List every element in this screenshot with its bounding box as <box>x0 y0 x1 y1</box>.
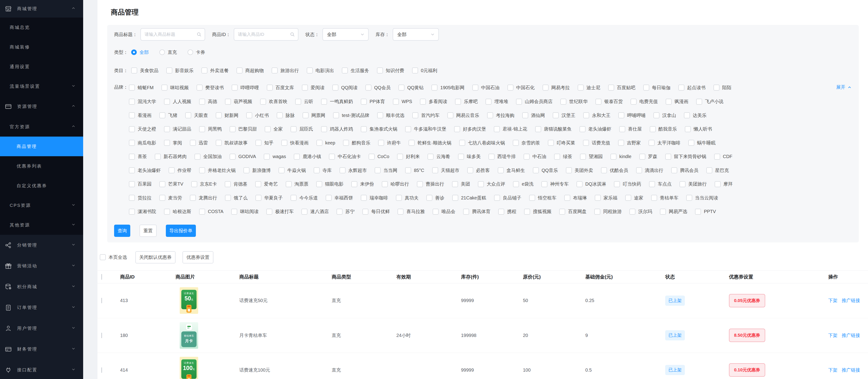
brand-checkbox-item[interactable]: 欢喜首映 <box>260 98 287 105</box>
brand-checkbox-item[interactable]: 酒仙网 <box>522 112 545 119</box>
brand-checkbox-item[interactable]: QQ音乐 <box>533 167 558 174</box>
close-default-coupon-button[interactable]: 关闭默认优惠券 <box>135 251 176 263</box>
brand-checkbox-item[interactable]: 中石油 <box>524 153 546 160</box>
sidebar-item-product-management[interactable]: 商品管理 <box>0 137 83 156</box>
brand-checkbox-item[interactable]: 货拉拉 <box>129 195 152 201</box>
brand-checkbox-item[interactable]: 必胜客 <box>467 167 490 174</box>
brand-checkbox-item[interactable]: 葫芦视频 <box>225 98 252 105</box>
brand-checkbox-item[interactable]: PP体育 <box>361 98 385 105</box>
category-checkbox-item[interactable]: 知识付费 <box>377 67 404 74</box>
coupon-setting-button[interactable]: 优惠券设置 <box>183 251 213 263</box>
brand-checkbox-item[interactable]: 埋堆堆 <box>486 98 508 105</box>
sidebar-item-custom-coupon[interactable]: 自定义优惠券 <box>0 176 83 196</box>
brand-checkbox-item[interactable]: 小红书 <box>246 112 269 119</box>
brand-checkbox-item[interactable]: QQ阅读 <box>332 85 358 91</box>
brand-checkbox-item[interactable]: 满记甜品 <box>164 126 191 132</box>
brand-checkbox-item[interactable]: 味多美 <box>458 153 480 160</box>
brand-checkbox-item[interactable]: 知乎 <box>255 140 274 146</box>
sidebar-item-user-management[interactable]: 用户管理 <box>0 318 83 339</box>
brand-checkbox-item[interactable]: 网易严选 <box>660 208 687 215</box>
brand-checkbox-item[interactable]: 唯品会 <box>433 208 455 215</box>
brand-checkbox-item[interactable]: QQ会员 <box>365 85 391 91</box>
brand-checkbox-item[interactable]: 真功夫 <box>396 195 418 201</box>
brand-checkbox-item[interactable]: 21Cake蛋糕 <box>452 195 486 201</box>
brand-checkbox-item[interactable]: 好利来 <box>397 153 420 160</box>
sidebar-item-distribution-management[interactable]: 分销管理 <box>0 235 83 256</box>
brand-expand-link[interactable]: 展开 <box>836 84 852 90</box>
brand-checkbox-item[interactable]: 当当网 <box>375 167 397 174</box>
brand-checkbox-item[interactable]: 电费充值 <box>630 98 658 105</box>
brand-checkbox-item[interactable]: 每日优鲜 <box>363 208 390 215</box>
brand-checkbox-item[interactable]: 悟空租车 <box>529 195 556 201</box>
sidebar-item-other-resource[interactable]: 其他资源 <box>0 215 83 235</box>
brand-checkbox-item[interactable]: 看漫画 <box>129 112 152 119</box>
export-quote-button[interactable]: 导出报价单 <box>166 225 196 237</box>
brand-checkbox-item[interactable]: QQ黄钻 <box>398 85 424 91</box>
type-radio-direct-recharge[interactable]: 直充 <box>159 49 177 55</box>
brand-checkbox-item[interactable]: 搜狐视频 <box>524 208 551 215</box>
category-checkbox-item[interactable]: 旅游出行 <box>272 67 299 74</box>
promo-link[interactable]: 推广链接 <box>842 298 860 303</box>
brand-checkbox-item[interactable]: 君禧·锦上花 <box>494 126 527 132</box>
sidebar-item-mall-overview[interactable]: 商城总览 <box>0 18 83 37</box>
sidebar-item-mall-decoration[interactable]: 商城装修 <box>0 37 83 57</box>
brand-checkbox-item[interactable]: 今今乐道 <box>290 195 318 201</box>
brand-checkbox-item[interactable]: 乾鲜生·顺德火锅 <box>409 140 451 146</box>
stock-select[interactable]: 全部 <box>393 28 439 41</box>
category-checkbox-item[interactable]: 外卖送餐 <box>202 67 229 74</box>
brand-checkbox-item[interactable]: 快看漫画 <box>281 140 309 146</box>
brand-checkbox-item[interactable]: 大众点评 <box>478 181 505 187</box>
brand-checkbox-item[interactable]: 腾讯体育 <box>463 208 490 215</box>
brand-checkbox-item[interactable]: 老头油爆虾 <box>129 167 161 174</box>
coupon-badge[interactable]: 0.05元优惠券 <box>729 294 765 308</box>
brand-checkbox-item[interactable]: CDF <box>714 154 733 160</box>
brand-checkbox-item[interactable]: e袋洗 <box>513 181 533 187</box>
brand-checkbox-item[interactable]: 布瑞琳 <box>564 195 587 201</box>
brand-checkbox-item[interactable]: keep <box>316 140 335 146</box>
brand-checkbox-item[interactable]: 鸡器人炸鸡 <box>321 126 353 132</box>
brand-checkbox-item[interactable]: 考拉海购 <box>487 112 515 119</box>
type-radio-card-coupon[interactable]: 卡券 <box>188 49 205 55</box>
brand-checkbox-item[interactable]: 飞卢小说 <box>696 98 723 105</box>
brand-checkbox-item[interactable]: 天使之橙 <box>129 126 156 132</box>
brand-checkbox-item[interactable]: 太平洋咖啡 <box>649 140 680 146</box>
brand-checkbox-item[interactable]: 幸福西饼 <box>326 195 353 201</box>
brand-checkbox-item[interactable]: 美团旅行 <box>680 181 707 187</box>
brand-checkbox-item[interactable]: 猫眼电影 <box>316 181 343 187</box>
brand-checkbox-item[interactable]: 百度贴吧 <box>608 85 636 91</box>
brand-checkbox-item[interactable]: 极速打车 <box>266 208 293 215</box>
brand-checkbox-item[interactable]: 百度网盘 <box>559 208 586 215</box>
brand-checkbox-item[interactable]: 云听 <box>295 98 313 105</box>
brand-checkbox-item[interactable]: 淘票票 <box>286 181 308 187</box>
category-checkbox-item[interactable]: 美食饮品 <box>131 67 158 74</box>
category-checkbox-item[interactable]: 影音娱乐 <box>166 67 193 74</box>
brand-checkbox-item[interactable]: 喜马拉雅 <box>398 208 425 215</box>
brand-checkbox-item[interactable]: 迅雷 <box>190 140 208 146</box>
brand-checkbox-item[interactable]: 话费充值 <box>583 140 610 146</box>
brand-checkbox-item[interactable]: 速八酒店 <box>302 208 329 215</box>
brand-checkbox-item[interactable]: 瑞幸咖啡 <box>361 195 388 201</box>
brand-checkbox-item[interactable]: 中国石油 <box>472 85 500 91</box>
offshelf-link[interactable]: 下架 <box>828 368 838 373</box>
brand-checkbox-item[interactable]: 迪士尼 <box>578 85 600 91</box>
brand-checkbox-item[interactable]: DQ冰淇淋 <box>577 181 606 187</box>
brand-checkbox-item[interactable]: 携程 <box>498 208 516 215</box>
brand-checkbox-item[interactable]: 网易云音乐 <box>447 112 479 119</box>
brand-checkbox-item[interactable]: GODIVA <box>229 154 256 160</box>
brand-checkbox-item[interactable]: 乐摩吧 <box>455 98 478 105</box>
brand-checkbox-item[interactable]: 网票网 <box>303 112 325 119</box>
brand-checkbox-item[interactable]: 美团外卖 <box>566 167 593 174</box>
brand-checkbox-item[interactable]: 摩拜 <box>715 181 733 187</box>
brand-checkbox-item[interactable]: 来伊份 <box>351 181 374 187</box>
sidebar-item-official-resource[interactable]: 官方资源 <box>0 117 83 137</box>
brand-checkbox-item[interactable]: 哈啰出行 <box>382 181 409 187</box>
brand-checkbox-item[interactable]: 喜仕屋 <box>619 126 642 132</box>
brand-checkbox-item[interactable]: 沃尔玛 <box>629 208 652 215</box>
brand-checkbox-item[interactable]: COSTA <box>199 209 223 215</box>
sidebar-item-general-settings[interactable]: 通用设置 <box>0 57 83 77</box>
brand-checkbox-item[interactable]: 同程旅游 <box>594 208 622 215</box>
brand-checkbox-item[interactable]: 百果园 <box>129 181 152 187</box>
brand-checkbox-item[interactable]: 哔哩哔哩 <box>232 85 259 91</box>
brand-checkbox-item[interactable]: 85°C <box>405 167 424 173</box>
brand-checkbox-item[interactable]: 飞猪 <box>159 112 177 119</box>
